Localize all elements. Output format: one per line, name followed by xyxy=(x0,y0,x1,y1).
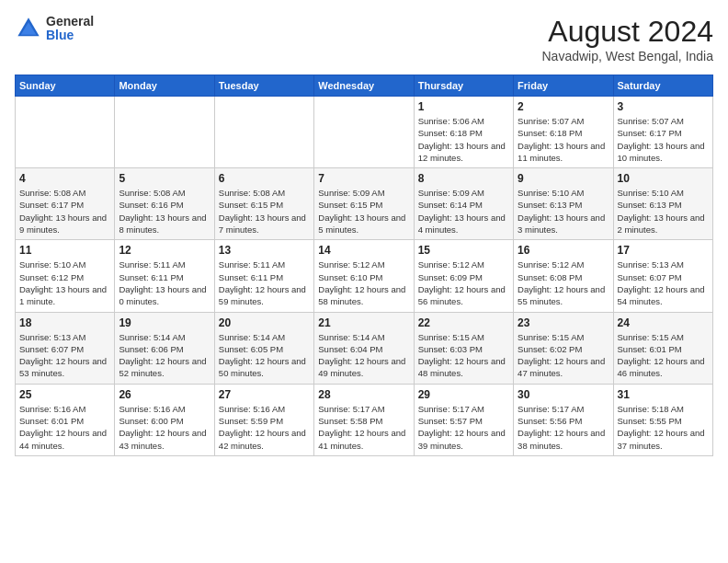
calendar-cell xyxy=(115,97,214,168)
day-info: Sunrise: 5:16 AMSunset: 6:00 PMDaylight:… xyxy=(119,403,210,452)
day-number: 10 xyxy=(618,172,709,185)
calendar-week-3: 11Sunrise: 5:10 AMSunset: 6:12 PMDayligh… xyxy=(16,240,713,312)
calendar-cell: 19Sunrise: 5:14 AMSunset: 6:06 PMDayligh… xyxy=(115,312,214,384)
day-number: 29 xyxy=(418,388,509,401)
day-number: 7 xyxy=(318,172,409,185)
month-year-title: August 2024 xyxy=(541,15,713,49)
title-block: August 2024 Navadwip, West Bengal, India xyxy=(541,15,713,63)
calendar-week-4: 18Sunrise: 5:13 AMSunset: 6:07 PMDayligh… xyxy=(16,312,713,384)
calendar-week-1: 1Sunrise: 5:06 AMSunset: 6:18 PMDaylight… xyxy=(16,97,713,168)
day-info: Sunrise: 5:15 AMSunset: 6:02 PMDaylight:… xyxy=(518,331,609,380)
calendar-cell: 17Sunrise: 5:13 AMSunset: 6:07 PMDayligh… xyxy=(613,240,712,312)
day-info: Sunrise: 5:18 AMSunset: 5:55 PMDaylight:… xyxy=(618,403,709,452)
logo-text: General Blue xyxy=(46,15,94,43)
day-number: 11 xyxy=(19,244,110,257)
logo-blue-text: Blue xyxy=(46,29,94,42)
calendar-cell: 2Sunrise: 5:07 AMSunset: 6:18 PMDaylight… xyxy=(514,97,613,168)
calendar-week-5: 25Sunrise: 5:16 AMSunset: 6:01 PMDayligh… xyxy=(16,384,713,455)
day-info: Sunrise: 5:14 AMSunset: 6:06 PMDaylight:… xyxy=(119,331,210,380)
day-info: Sunrise: 5:08 AMSunset: 6:17 PMDaylight:… xyxy=(19,187,110,236)
day-number: 16 xyxy=(518,244,609,257)
calendar-cell: 5Sunrise: 5:08 AMSunset: 6:16 PMDaylight… xyxy=(115,168,214,240)
calendar-cell: 16Sunrise: 5:12 AMSunset: 6:08 PMDayligh… xyxy=(514,240,613,312)
day-info: Sunrise: 5:14 AMSunset: 6:05 PMDaylight:… xyxy=(219,331,310,380)
weekday-header-friday: Friday xyxy=(514,75,613,97)
location-text: Navadwip, West Bengal, India xyxy=(541,49,713,63)
weekday-header-sunday: Sunday xyxy=(16,75,115,97)
day-number: 30 xyxy=(518,388,609,401)
day-info: Sunrise: 5:16 AMSunset: 5:59 PMDaylight:… xyxy=(219,403,310,452)
day-info: Sunrise: 5:12 AMSunset: 6:09 PMDaylight:… xyxy=(418,259,509,307)
calendar-cell: 1Sunrise: 5:06 AMSunset: 6:18 PMDaylight… xyxy=(414,97,513,168)
weekday-header-thursday: Thursday xyxy=(414,75,513,97)
day-number: 18 xyxy=(19,316,110,329)
calendar-cell: 4Sunrise: 5:08 AMSunset: 6:17 PMDaylight… xyxy=(16,168,115,240)
day-number: 26 xyxy=(119,388,210,401)
calendar-cell: 31Sunrise: 5:18 AMSunset: 5:55 PMDayligh… xyxy=(613,384,712,455)
day-number: 6 xyxy=(219,172,310,185)
day-number: 9 xyxy=(518,172,609,185)
calendar-cell: 28Sunrise: 5:17 AMSunset: 5:58 PMDayligh… xyxy=(314,384,414,455)
day-number: 20 xyxy=(219,316,310,329)
calendar-cell: 22Sunrise: 5:15 AMSunset: 6:03 PMDayligh… xyxy=(414,312,513,384)
day-number: 27 xyxy=(219,388,310,401)
day-info: Sunrise: 5:10 AMSunset: 6:12 PMDaylight:… xyxy=(19,259,110,307)
day-info: Sunrise: 5:17 AMSunset: 5:57 PMDaylight:… xyxy=(418,403,509,452)
logo-general-text: General xyxy=(46,15,94,29)
calendar-cell xyxy=(314,97,414,168)
calendar-cell: 27Sunrise: 5:16 AMSunset: 5:59 PMDayligh… xyxy=(214,384,313,455)
calendar-cell: 10Sunrise: 5:10 AMSunset: 6:13 PMDayligh… xyxy=(613,168,712,240)
day-number: 14 xyxy=(318,244,409,257)
day-info: Sunrise: 5:17 AMSunset: 5:56 PMDaylight:… xyxy=(518,403,609,452)
day-info: Sunrise: 5:10 AMSunset: 6:13 PMDaylight:… xyxy=(518,187,609,236)
day-info: Sunrise: 5:11 AMSunset: 6:11 PMDaylight:… xyxy=(119,259,210,307)
calendar-cell: 30Sunrise: 5:17 AMSunset: 5:56 PMDayligh… xyxy=(514,384,613,455)
calendar-cell: 14Sunrise: 5:12 AMSunset: 6:10 PMDayligh… xyxy=(314,240,414,312)
calendar-cell: 18Sunrise: 5:13 AMSunset: 6:07 PMDayligh… xyxy=(16,312,115,384)
day-info: Sunrise: 5:12 AMSunset: 6:10 PMDaylight:… xyxy=(318,259,409,307)
day-info: Sunrise: 5:15 AMSunset: 6:01 PMDaylight:… xyxy=(618,331,709,380)
weekday-header-tuesday: Tuesday xyxy=(214,75,313,97)
calendar-cell: 15Sunrise: 5:12 AMSunset: 6:09 PMDayligh… xyxy=(414,240,513,312)
day-number: 13 xyxy=(219,244,310,257)
day-number: 22 xyxy=(418,316,509,329)
calendar-cell: 7Sunrise: 5:09 AMSunset: 6:15 PMDaylight… xyxy=(314,168,414,240)
day-info: Sunrise: 5:09 AMSunset: 6:15 PMDaylight:… xyxy=(318,187,409,236)
calendar-table: SundayMondayTuesdayWednesdayThursdayFrid… xyxy=(15,75,713,456)
day-info: Sunrise: 5:13 AMSunset: 6:07 PMDaylight:… xyxy=(19,331,110,380)
day-number: 2 xyxy=(518,100,609,113)
calendar-cell: 29Sunrise: 5:17 AMSunset: 5:57 PMDayligh… xyxy=(414,384,513,455)
calendar-cell: 12Sunrise: 5:11 AMSunset: 6:11 PMDayligh… xyxy=(115,240,214,312)
calendar-cell: 9Sunrise: 5:10 AMSunset: 6:13 PMDaylight… xyxy=(514,168,613,240)
day-number: 31 xyxy=(618,388,709,401)
day-info: Sunrise: 5:08 AMSunset: 6:15 PMDaylight:… xyxy=(219,187,310,236)
day-number: 1 xyxy=(418,100,509,113)
calendar-cell: 26Sunrise: 5:16 AMSunset: 6:00 PMDayligh… xyxy=(115,384,214,455)
day-number: 19 xyxy=(119,316,210,329)
logo: General Blue xyxy=(15,15,94,43)
calendar-cell: 6Sunrise: 5:08 AMSunset: 6:15 PMDaylight… xyxy=(214,168,313,240)
day-info: Sunrise: 5:16 AMSunset: 6:01 PMDaylight:… xyxy=(19,403,110,452)
day-info: Sunrise: 5:08 AMSunset: 6:16 PMDaylight:… xyxy=(119,187,210,236)
calendar-cell: 3Sunrise: 5:07 AMSunset: 6:17 PMDaylight… xyxy=(613,97,712,168)
calendar-cell xyxy=(16,97,115,168)
day-number: 8 xyxy=(418,172,509,185)
day-info: Sunrise: 5:07 AMSunset: 6:17 PMDaylight:… xyxy=(618,115,709,164)
calendar-week-2: 4Sunrise: 5:08 AMSunset: 6:17 PMDaylight… xyxy=(16,168,713,240)
day-info: Sunrise: 5:11 AMSunset: 6:11 PMDaylight:… xyxy=(219,259,310,307)
calendar-cell: 20Sunrise: 5:14 AMSunset: 6:05 PMDayligh… xyxy=(214,312,313,384)
weekday-header-monday: Monday xyxy=(115,75,214,97)
day-info: Sunrise: 5:06 AMSunset: 6:18 PMDaylight:… xyxy=(418,115,509,164)
day-number: 23 xyxy=(518,316,609,329)
calendar-cell: 21Sunrise: 5:14 AMSunset: 6:04 PMDayligh… xyxy=(314,312,414,384)
day-number: 15 xyxy=(418,244,509,257)
day-info: Sunrise: 5:13 AMSunset: 6:07 PMDaylight:… xyxy=(618,259,709,307)
day-number: 21 xyxy=(318,316,409,329)
weekday-header-wednesday: Wednesday xyxy=(314,75,414,97)
day-info: Sunrise: 5:07 AMSunset: 6:18 PMDaylight:… xyxy=(518,115,609,164)
day-info: Sunrise: 5:12 AMSunset: 6:08 PMDaylight:… xyxy=(518,259,609,307)
calendar-cell: 24Sunrise: 5:15 AMSunset: 6:01 PMDayligh… xyxy=(613,312,712,384)
day-info: Sunrise: 5:14 AMSunset: 6:04 PMDaylight:… xyxy=(318,331,409,380)
day-info: Sunrise: 5:17 AMSunset: 5:58 PMDaylight:… xyxy=(318,403,409,452)
day-info: Sunrise: 5:15 AMSunset: 6:03 PMDaylight:… xyxy=(418,331,509,380)
